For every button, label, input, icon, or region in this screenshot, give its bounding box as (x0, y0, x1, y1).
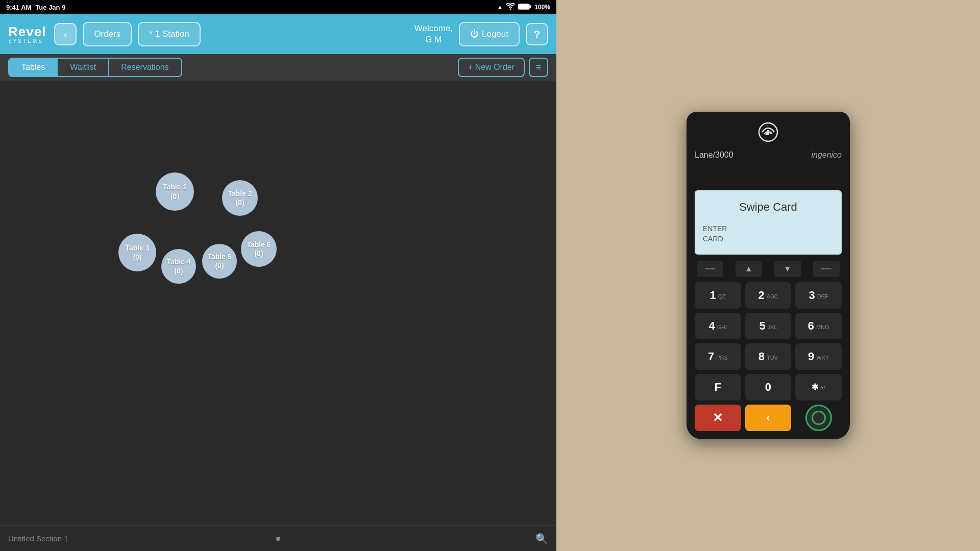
key-9[interactable]: 9WXY (795, 343, 842, 370)
key-8[interactable]: 8TUV (745, 343, 792, 370)
table-2-label: Table 2 (228, 189, 252, 198)
svg-rect-1 (530, 5, 531, 8)
table-5-count: (0) (215, 261, 224, 270)
key-0[interactable]: 0 (745, 374, 792, 400)
card-reader-panel: Lane/3000 ingenico Swipe Card ENTER CARD… (556, 0, 980, 551)
enter-label: ENTER (703, 224, 834, 234)
welcome-text: Welcome, G M (414, 23, 453, 45)
table-6-count: (0) (254, 249, 263, 258)
nav-bar: Tables Waitlist Reservations + New Order… (0, 54, 556, 81)
key-star[interactable]: ✱#* (795, 374, 842, 400)
table-3[interactable]: Table 3 (0) (118, 234, 156, 271)
orders-button[interactable]: Orders (83, 22, 132, 46)
table-6-label: Table 6 (247, 240, 271, 249)
ok-button-reader[interactable] (805, 405, 832, 431)
nav-key-up[interactable]: ▲ (736, 261, 762, 277)
key-6[interactable]: 6MNO (795, 313, 842, 339)
list-view-button[interactable]: ≡ (529, 58, 548, 77)
table-3-label: Table 3 (125, 243, 149, 253)
lane-label: Lane/3000 (695, 151, 733, 160)
nav-buttons-row: ▲ ▼ (695, 261, 842, 277)
logout-label: Logout (482, 29, 508, 39)
table-2-count: (0) (235, 198, 244, 207)
tab-tables[interactable]: Tables (9, 59, 58, 76)
key-7[interactable]: 7PRS (695, 343, 741, 370)
zoom-icon[interactable]: 🔍 (535, 533, 548, 545)
help-button[interactable]: ? (526, 23, 548, 45)
battery-icon (518, 3, 531, 12)
header: Revel SYSTEMS ‹ Orders * 1 Station Welco… (0, 14, 556, 54)
table-1[interactable]: Table 1 (0) (156, 172, 194, 211)
nav-key-left[interactable] (697, 261, 723, 277)
bottom-bar: Untitled Section 1 🔍 (0, 525, 556, 551)
key-f[interactable]: F (695, 374, 741, 400)
table-5-label: Table 5 (207, 252, 231, 261)
table-6[interactable]: Table 6 (0) (241, 231, 277, 267)
tab-reservations[interactable]: Reservations (109, 59, 181, 76)
status-bar: 9:41 AM Tue Jan 9 ▲ 100% (0, 0, 556, 14)
time-display: 9:41 AM (6, 4, 31, 11)
table-5[interactable]: Table 5 (0) (202, 244, 237, 279)
svg-rect-0 (518, 4, 529, 9)
key-1[interactable]: 1QZ (695, 282, 741, 309)
battery-percent: 100% (534, 4, 550, 11)
wifi-icon (506, 3, 515, 12)
logo: Revel SYSTEMS (8, 25, 46, 44)
nav-key-right[interactable] (813, 261, 840, 277)
table-3-count: (0) (133, 253, 141, 262)
ipad-panel: 9:41 AM Tue Jan 9 ▲ 100% Revel SYSTEMS (0, 0, 556, 551)
key-2[interactable]: 2ABC (745, 282, 792, 309)
new-order-button[interactable]: + New Order (458, 58, 525, 77)
nfc-icon (753, 120, 783, 144)
key-4[interactable]: 4GHI (695, 313, 741, 339)
logout-icon: ⏻ (470, 29, 479, 39)
list-icon: ≡ (536, 62, 542, 73)
reader-top: Lane/3000 ingenico (695, 148, 842, 162)
display-screen: Swipe Card ENTER CARD (695, 190, 842, 254)
scroll-indicator (276, 537, 280, 541)
action-buttons: ✕ ‹ (695, 405, 842, 431)
card-reader: Lane/3000 ingenico Swipe Card ENTER CARD… (687, 112, 850, 439)
cancel-button-reader[interactable]: ✕ (695, 405, 741, 431)
logo-systems: SYSTEMS (8, 38, 43, 44)
tab-group: Tables Waitlist Reservations (8, 58, 182, 77)
logo-revel: Revel (8, 25, 46, 38)
nav-key-down[interactable]: ▼ (774, 261, 801, 277)
enter-card-text: ENTER CARD (703, 224, 834, 244)
key-5[interactable]: 5JKL (745, 313, 792, 339)
signal-icon: ▲ (497, 4, 503, 11)
logout-button[interactable]: ⏻ Logout (459, 22, 520, 46)
brand-label: ingenico (811, 151, 842, 160)
table-2[interactable]: Table 2 (0) (222, 180, 258, 216)
station-button[interactable]: * 1 Station (138, 22, 200, 46)
table-1-count: (0) (170, 192, 179, 201)
main-content: Table 1 (0) Table 2 (0) Table 3 (0) Tabl… (0, 81, 556, 525)
keypad: 1QZ 2ABC 3DEF 4GHI 5JKL 6MNO 7PRS (695, 282, 842, 400)
status-right: ▲ 100% (497, 3, 550, 12)
back-button[interactable]: ‹ (54, 23, 77, 45)
table-4-count: (0) (174, 266, 183, 276)
welcome-line2: G M (425, 35, 442, 44)
swipe-card-text: Swipe Card (703, 201, 834, 214)
section-label: Untitled Section 1 (8, 534, 68, 543)
table-4[interactable]: Table 4 (0) (161, 249, 196, 284)
table-1-label: Table 1 (163, 182, 187, 191)
date-display: Tue Jan 9 (35, 4, 65, 11)
welcome-line1: Welcome, (414, 23, 453, 33)
tab-waitlist[interactable]: Waitlist (58, 59, 109, 76)
status-left: 9:41 AM Tue Jan 9 (6, 4, 65, 11)
key-3[interactable]: 3DEF (795, 282, 842, 309)
table-4-label: Table 4 (166, 257, 190, 266)
back-button-reader[interactable]: ‹ (745, 405, 792, 431)
card-label: CARD (703, 234, 834, 244)
